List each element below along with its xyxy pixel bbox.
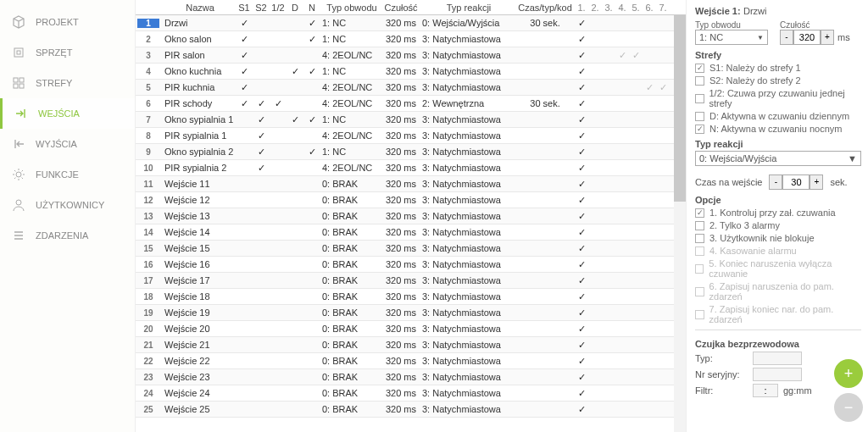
minus-button[interactable]: - — [780, 30, 793, 45]
checkbox-icon — [695, 94, 704, 103]
table-row[interactable]: 3PIR salon4: 2EOL/NC320 ms3: Natychmiast… — [136, 47, 686, 64]
table-row[interactable]: 6PIR schody4: 2EOL/NC320 ms2: Wewnętrzna… — [136, 96, 686, 112]
check-icon — [577, 211, 587, 220]
typ-reakcji-select[interactable]: 0: Wejścia/Wyjścia▼ — [695, 151, 861, 166]
checkbox-option[interactable]: 3. Użytkownik nie blokuje — [695, 233, 861, 243]
col-header[interactable]: 7. — [656, 1, 670, 14]
table-row[interactable]: 7Okno sypialnia 11: NC320 ms3: Natychmia… — [136, 112, 686, 128]
czas-input[interactable] — [782, 174, 810, 190]
table-row[interactable]: 20Wejście 200: BRAK320 ms3: Natychmiasto… — [136, 321, 686, 337]
table-row[interactable]: 25Wejście 250: BRAK320 ms3: Natychmiasto… — [136, 402, 686, 418]
col-header[interactable]: 2. — [588, 1, 602, 14]
check-icon — [577, 163, 587, 172]
col-header[interactable]: 1. — [575, 1, 588, 14]
col-header[interactable]: 3. — [602, 1, 615, 14]
table-row[interactable]: 16Wejście 160: BRAK320 ms3: Natychmiasto… — [136, 257, 686, 273]
table-row[interactable]: 12Wejście 120: BRAK320 ms3: Natychmiasto… — [136, 192, 686, 208]
plus-button[interactable]: + — [810, 174, 823, 190]
nav-projekt[interactable]: PROJEKT — [0, 7, 135, 37]
table-row[interactable]: 23Wejście 230: BRAK320 ms3: Natychmiasto… — [136, 369, 686, 385]
table-row[interactable]: 14Wejście 140: BRAK320 ms3: Natychmiasto… — [136, 224, 686, 241]
checkbox-option[interactable]: N: Aktywna w czuwaniu nocnym — [695, 124, 861, 134]
check-icon — [240, 18, 249, 27]
nav-wejścia[interactable]: WEJŚCIA — [0, 98, 135, 129]
nav-funkcje[interactable]: FUNKCJE — [0, 159, 135, 190]
check-icon — [291, 211, 300, 220]
table-row[interactable]: 17Wejście 170: BRAK320 ms3: Natychmiasto… — [136, 273, 686, 289]
table-row[interactable]: 15Wejście 150: BRAK320 ms3: Natychmiasto… — [136, 241, 686, 257]
col-header[interactable]: N — [303, 1, 320, 14]
col-header[interactable]: Typ reakcji — [420, 1, 515, 14]
col-header[interactable]: 6. — [643, 1, 656, 14]
check-icon — [308, 130, 317, 140]
check-icon — [240, 82, 249, 91]
typ-input[interactable] — [753, 352, 802, 365]
czas-stepper[interactable]: - + — [769, 174, 823, 190]
check-icon — [291, 404, 300, 413]
nav-użytkownicy[interactable]: UŻYTKOWNICY — [0, 190, 135, 220]
scrollbar[interactable] — [674, 15, 686, 432]
table-row[interactable]: 24Wejście 240: BRAK320 ms3: Natychmiasto… — [136, 385, 686, 402]
table-row[interactable]: 21Wejście 210: BRAK320 ms3: Natychmiasto… — [136, 337, 686, 353]
minus-button[interactable]: - — [769, 174, 782, 190]
add-button[interactable]: + — [834, 359, 863, 388]
table-row[interactable]: 1Drzwi1: NC320 ms0: Wejścia/Wyjścia30 se… — [136, 15, 686, 31]
nav-wyjścia[interactable]: WYJŚCIA — [0, 129, 135, 159]
checkbox-icon — [695, 221, 704, 230]
check-icon — [274, 227, 283, 236]
checkbox-option[interactable]: 1/2: Czuwa przy czuwaniu jednej strefy — [695, 88, 861, 108]
nav-zdarzenia[interactable]: ZDARZENIA — [0, 220, 135, 251]
nav-sprzęt[interactable]: SPRZĘT — [0, 37, 135, 68]
nr-input[interactable] — [753, 368, 802, 381]
table-row[interactable]: 18Wejście 180: BRAK320 ms3: Natychmiasto… — [136, 289, 686, 305]
col-header[interactable]: Czas/typ/kod — [515, 1, 575, 14]
czulosc-input[interactable] — [793, 30, 821, 45]
gear-icon — [12, 168, 25, 181]
check-icon — [577, 227, 587, 236]
check-icon — [291, 179, 300, 188]
checkbox-option: 6. Zapisuj naruszenia do pam. zdarzeń — [695, 281, 861, 302]
table-row[interactable]: 8PIR sypialnia 14: 2EOL/NC320 ms3: Natyc… — [136, 128, 686, 144]
check-icon — [291, 66, 300, 75]
col-header[interactable]: Czułość — [381, 1, 420, 14]
col-header[interactable]: S1 — [236, 1, 253, 14]
check-icon — [240, 211, 249, 220]
check-icon — [291, 275, 300, 285]
table-row[interactable]: 10PIR sypialnia 24: 2EOL/NC320 ms3: Naty… — [136, 160, 686, 176]
check-icon — [308, 243, 317, 252]
table-row[interactable]: 22Wejście 220: BRAK320 ms3: Natychmiasto… — [136, 353, 686, 369]
check-icon — [274, 388, 283, 397]
check-icon — [291, 163, 300, 172]
check-icon — [577, 388, 587, 397]
table-row[interactable]: 5PIR kuchnia4: 2EOL/NC320 ms3: Natychmia… — [136, 80, 686, 96]
checkbox-option[interactable]: 1. Kontroluj przy zał. czuwania — [695, 208, 861, 218]
checkbox-option[interactable]: 2. Tylko 3 alarmy — [695, 220, 861, 230]
remove-button[interactable]: − — [834, 393, 863, 422]
checkbox-option[interactable]: D: Aktywna w czuwaniu dziennym — [695, 111, 861, 121]
plus-button[interactable]: + — [821, 30, 834, 45]
check-icon — [257, 259, 266, 269]
checkbox-option[interactable]: S2: Należy do strefy 2 — [695, 75, 861, 86]
col-header[interactable]: 1/2 — [270, 1, 287, 14]
check-icon — [291, 324, 300, 333]
table-row[interactable]: 11Wejście 110: BRAK320 ms3: Natychmiasto… — [136, 176, 686, 192]
table-row[interactable]: 4Okno kuchnia1: NC320 ms3: Natychmiastow… — [136, 64, 686, 80]
typ-obwodu-select[interactable]: 1: NC▼ — [695, 30, 768, 45]
checkbox-option[interactable]: S1: Należy do strefy 1 — [695, 63, 861, 73]
detail-panel: Wejście 1: Drzwi Typ obwodu 1: NC▼ Czuło… — [686, 0, 868, 432]
nr-label: Nr seryjny: — [695, 369, 748, 379]
table-row[interactable]: 2Okno salon1: NC320 ms3: Natychmiastowa — [136, 31, 686, 47]
filtr-input[interactable] — [753, 384, 778, 397]
table-row[interactable]: 19Wejście 190: BRAK320 ms3: Natychmiasto… — [136, 305, 686, 321]
czulosc-stepper[interactable]: - + ms — [780, 30, 850, 45]
col-header[interactable] — [137, 11, 159, 14]
col-header[interactable]: 4. — [615, 1, 629, 14]
nav-strefy[interactable]: STREFY — [0, 68, 135, 98]
col-header[interactable]: Nazwa — [159, 1, 236, 14]
col-header[interactable]: Typ obwodu — [320, 1, 381, 14]
table-row[interactable]: 9Okno sypialnia 21: NC320 ms3: Natychmia… — [136, 144, 686, 160]
col-header[interactable]: 5. — [629, 1, 643, 14]
col-header[interactable]: D — [287, 1, 303, 14]
col-header[interactable]: S2 — [253, 1, 270, 14]
table-row[interactable]: 13Wejście 130: BRAK320 ms3: Natychmiasto… — [136, 208, 686, 224]
